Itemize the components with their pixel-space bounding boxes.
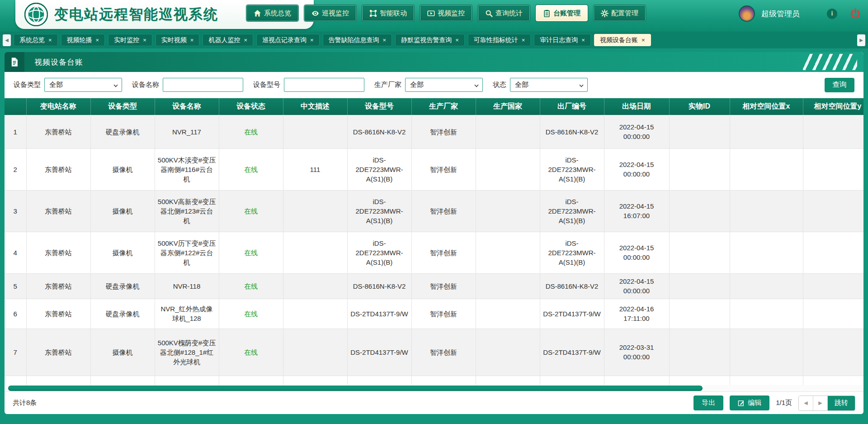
next-page-button[interactable]: ▶ [813, 396, 828, 410]
table-row[interactable]: 1东善桥站硬盘录像机NVR_117在线DS-8616N-K8-V2智洋创新DS-… [5, 115, 863, 148]
tab-item[interactable]: 审计日志查询× [534, 34, 591, 46]
column-header: 中文描述 [283, 98, 347, 115]
export-button[interactable]: 导出 [693, 395, 723, 410]
prev-page-button[interactable]: ◀ [799, 396, 813, 410]
tab-close-icon[interactable]: × [455, 37, 459, 43]
table-cell: 500KV高新变#变压器北侧#123#云台机 [155, 190, 219, 232]
table-row[interactable]: 6东善桥站硬盘录像机NVR_红外热成像球机_128在线DS-2TD4137T-9… [5, 299, 863, 329]
tab-item[interactable]: 系统总览× [14, 34, 58, 46]
table-cell [476, 273, 540, 299]
nav-button[interactable]: 台账管理 [536, 5, 588, 21]
tab-close-icon[interactable]: × [522, 37, 525, 43]
tab-close-icon[interactable]: × [244, 37, 247, 43]
table-cell [604, 376, 669, 385]
table-cell [803, 273, 863, 299]
tab-item[interactable]: 实时监控× [108, 34, 152, 46]
tab-item[interactable]: 静默监视告警查询× [395, 34, 465, 46]
table-row[interactable]: 2东善桥站摄像机500KV木渎变#变压器南侧#116#云台机在线111iDS-2… [5, 148, 863, 190]
device-type-select[interactable]: 全部 [44, 78, 122, 92]
nav-button[interactable]: 查询统计 [478, 5, 530, 21]
tab-close-icon[interactable]: × [581, 37, 585, 43]
table-cell [730, 115, 803, 148]
table-cell: 2022-04-15 00:00:00 [604, 148, 669, 190]
tab-item[interactable]: 机器人监控× [203, 34, 253, 46]
table-cell [283, 299, 347, 329]
tab-close-icon[interactable]: × [96, 37, 99, 43]
nav-button[interactable]: 巡视监控 [304, 5, 356, 21]
page-title-bar: 视频设备台账 [5, 52, 863, 72]
table-cell: 2022-03-31 00:00:00 [604, 329, 669, 376]
table-cell: 东善桥站 [26, 115, 90, 148]
nav-button[interactable]: 智能联动 [362, 5, 414, 21]
edit-button[interactable]: 编辑 [730, 395, 769, 410]
manufacturer-select[interactable]: 全部 [405, 78, 483, 92]
page-title: 视频设备台账 [34, 57, 83, 67]
table-cell [803, 299, 863, 329]
tab-item[interactable]: 告警缺陷信息查询× [323, 34, 392, 46]
manufacturer-value: 全部 [410, 81, 424, 89]
avatar[interactable] [739, 5, 755, 22]
table-cell [669, 148, 730, 190]
table-cell [411, 376, 476, 385]
tab-close-icon[interactable]: × [48, 37, 52, 43]
table-row[interactable]: 500KV槐荫变#变 [5, 376, 863, 385]
table-cell: iDS-2DE7223MWR-A(S1)(B) [347, 190, 411, 232]
column-header: 出场日期 [604, 98, 669, 115]
tab-close-icon[interactable]: × [642, 37, 645, 43]
jump-button[interactable]: 跳转 [828, 396, 855, 410]
tab-item[interactable]: 视频轮播× [61, 34, 105, 46]
content-frame: 视频设备台账 设备类型 全部 设备名称 设备型号 生产厂家 [0, 48, 868, 424]
link-icon [369, 10, 377, 17]
device-model-input[interactable] [284, 78, 364, 92]
nav-button[interactable]: 系统总览 [246, 5, 298, 21]
horizontal-scrollbar[interactable] [5, 385, 863, 391]
info-icon[interactable]: i [827, 9, 837, 19]
tab-item[interactable]: 可靠性指标统计× [468, 34, 531, 46]
table-row[interactable]: 3东善桥站摄像机500KV高新变#变压器北侧#123#云台机在线iDS-2DE7… [5, 190, 863, 232]
tab-scroll-right-icon[interactable]: ▶ [857, 34, 865, 46]
scrollbar-thumb[interactable] [8, 386, 703, 391]
page-indicator: 1/1页 [776, 399, 792, 407]
nav-button-label: 查询统计 [495, 9, 523, 18]
tab-close-icon[interactable]: × [383, 37, 387, 43]
search-button[interactable]: 查询 [825, 78, 854, 92]
status-select[interactable]: 全部 [510, 78, 588, 92]
nav-button[interactable]: 配置管理 [594, 5, 646, 21]
tab-item[interactable]: 实时视频× [156, 34, 200, 46]
tab-close-icon[interactable]: × [143, 37, 146, 43]
table-cell [476, 299, 540, 329]
logout-power-icon[interactable] [850, 8, 861, 19]
tab-item[interactable]: 巡视点记录查询× [256, 34, 320, 46]
device-model-label: 设备型号 [253, 81, 280, 89]
column-header: 设备型号 [347, 98, 411, 115]
table-cell: 2022-04-15 00:00:00 [604, 115, 669, 148]
table-cell: iDS-2DE7223MWR-A(S1)(B) [347, 148, 411, 190]
tab-close-icon[interactable]: × [310, 37, 314, 43]
table-head: 变电站名称设备类型设备名称设备状态中文描述设备型号生产厂家生产国家出厂编号出场日… [5, 98, 863, 115]
table-cell: 在线 [219, 232, 283, 273]
tab-scroll-left-icon[interactable]: ◀ [3, 34, 11, 46]
gear-icon [601, 10, 609, 17]
table-cell [803, 190, 863, 232]
nav-button-label: 视频监控 [438, 9, 465, 18]
tab-active[interactable]: 视频设备台账× [594, 34, 651, 46]
nav-button[interactable]: 视频监控 [420, 5, 472, 21]
tab-close-icon[interactable]: × [190, 37, 194, 43]
table-row[interactable]: 4东善桥站摄像机500KV历下变#变压器东侧#122#云台机在线iDS-2DE7… [5, 232, 863, 273]
table-cell: 111 [283, 148, 347, 190]
tab-label: 系统总览 [19, 36, 45, 44]
table-cell [476, 329, 540, 376]
device-name-input[interactable] [163, 78, 243, 92]
table-row[interactable]: 7东善桥站摄像机500KV槐荫变#变压器北侧#128_1#红外光球机在线DS-2… [5, 329, 863, 376]
table-cell [26, 376, 90, 385]
table-cell [90, 376, 155, 385]
table-cell: 在线 [219, 273, 283, 299]
nav-button-label: 系统总览 [264, 9, 291, 18]
column-header: 设备类型 [90, 98, 155, 115]
app-logo-icon [24, 3, 48, 26]
table-cell: NVR-118 [155, 273, 219, 299]
table-cell [476, 148, 540, 190]
table-cell [476, 376, 540, 385]
table-row[interactable]: 5东善桥站硬盘录像机NVR-118在线DS-8616N-K8-V2智洋创新DS-… [5, 273, 863, 299]
document-icon [5, 52, 24, 72]
